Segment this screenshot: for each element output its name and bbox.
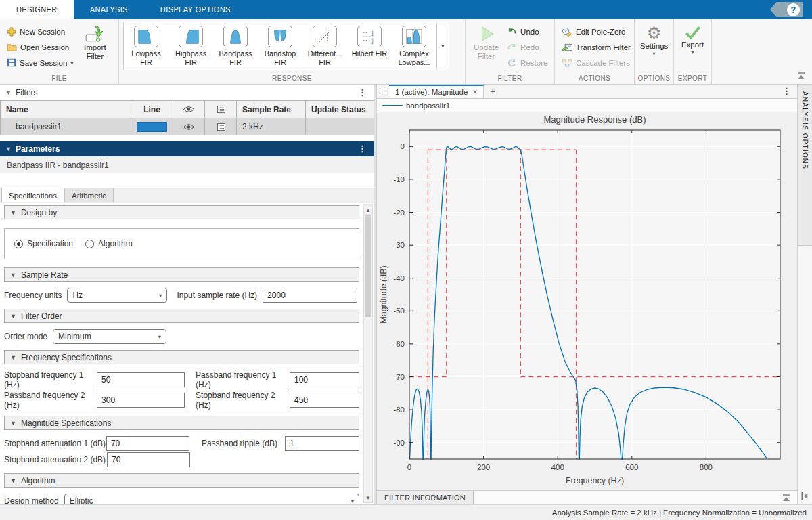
form-scrollbar[interactable]: ▲ ▼ [363,204,373,503]
magnitude-specifications-header[interactable]: ▼ Magnitude Specifications [4,416,359,430]
algorithm-header[interactable]: ▼ Algorithm [4,473,359,488]
design-method-dropdown[interactable]: Elliptic ▾ [64,494,359,504]
differentiator-fir-button[interactable]: Different... FIR [302,22,347,70]
stopband-atten1-field[interactable] [106,436,189,451]
magnitude-tab[interactable]: 1 (active): Magnitude × [389,85,484,98]
settings-button[interactable]: ⚙ Settings ▾ [636,22,673,72]
scrollbar-thumb[interactable] [365,215,371,317]
toolstrip-tab-bar: DESIGNER ANALYSIS DISPLAY OPTIONS ? [0,0,812,19]
bandstop-fir-button[interactable]: Bandstop FIR [258,22,302,70]
passband-ripple-label: Passband ripple (dB) [202,439,281,448]
tab-designer[interactable]: DESIGNER [0,0,74,19]
redo-icon [507,43,517,51]
filter-information-tab[interactable]: FILTER INFORMATION [377,491,474,504]
frequency-specifications-header[interactable]: ▼ Frequency Specifications [4,350,359,364]
sample-rate-header[interactable]: ▼ Sample Rate [4,267,359,282]
section-label-actions: ACTIONS [555,72,634,84]
passband-freq2-field[interactable] [97,393,185,408]
frequency-units-dropdown[interactable]: Hz ▾ [67,288,167,303]
stopband-atten1-label: Stopband attenuation 1 (dB) [4,439,106,448]
tab-grip-icon[interactable] [377,85,389,98]
radio-algorithm[interactable]: Algorithm [85,239,133,248]
ribbon-section-filter: Update Filter Undo Redo Restore [466,19,555,84]
collapse-left-icon[interactable] [800,491,811,500]
tab-display-options[interactable]: DISPLAY OPTIONS [144,0,247,19]
hilbert-icon: j-j [357,26,382,47]
parameters-menu-icon[interactable]: ⋮ [356,144,369,154]
tab-arithmetic[interactable]: Arithmetic [64,188,114,202]
filter-information-bar: FILTER INFORMATION [377,490,797,504]
expand-up-icon[interactable] [781,493,792,502]
scroll-down-icon[interactable]: ▼ [364,493,372,502]
input-sample-rate-field[interactable] [263,288,357,303]
analysis-options-tab[interactable]: ANALYSIS OPTIONS [798,85,812,246]
filters-menu-icon[interactable]: ⋮ [356,87,369,98]
hilbert-fir-button[interactable]: j-j Hilbert FIR [347,22,392,70]
collapse-caret-icon[interactable]: ▼ [5,89,12,96]
highpass-fir-button[interactable]: Highpass FIR [168,22,213,70]
collapse-caret-icon[interactable]: ▼ [5,146,12,152]
gallery-expand-button[interactable]: ▾ [436,22,449,70]
import-icon [85,24,105,43]
svg-text:-j: -j [370,37,374,44]
col-sample-rate[interactable]: Sample Rate [237,101,306,118]
tab-analysis[interactable]: ANALYSIS [74,0,144,19]
tab-specifications[interactable]: Specifications [1,188,64,202]
cascade-icon [562,58,572,68]
radio-specification[interactable]: Specification [14,239,73,248]
stopband-freq1-label: Stopband frequency 1 (Hz) [4,370,97,389]
section-label-filter: FILTER [466,72,554,84]
radio-icon [14,240,23,248]
magnitude-response-plot[interactable]: 02004006008000-10-20-30-40-50-60-70-80-9… [377,112,798,488]
plot-area[interactable]: 02004006008000-10-20-30-40-50-60-70-80-9… [377,112,797,490]
restore-button[interactable]: Restore [504,56,550,70]
stopband-atten2-field[interactable] [107,452,190,467]
open-session-button[interactable]: Open Session [4,41,74,54]
passband-ripple-field[interactable] [285,436,359,451]
help-icon[interactable]: ? [787,3,800,16]
transform-filter-button[interactable]: Transform Filter [559,41,633,54]
close-icon[interactable]: × [472,87,477,97]
scroll-up-icon[interactable]: ▲ [364,205,372,215]
order-mode-dropdown[interactable]: Minimum ▾ [53,329,166,344]
table-row[interactable]: bandpassiir1 2 kHz [1,118,374,135]
add-tab-button[interactable]: + [484,85,501,98]
cascade-filters-button[interactable]: Cascade Filters [559,56,633,70]
specifications-form: ▼ Design by Specification Algorithm ▼ S [0,203,374,504]
minimize-ribbon-button[interactable] [796,71,807,80]
coefficients-cell[interactable] [205,118,237,135]
new-session-button[interactable]: New Session [4,25,74,39]
lowpass-fir-button[interactable]: Lowpass FIR [124,22,168,70]
update-filter-button[interactable]: Update Filter [470,22,503,72]
filters-panel-header: ▼ Filters ⋮ [0,85,374,100]
import-filter-button[interactable]: Import Filter [80,22,110,72]
undo-button[interactable]: Undo [504,25,550,39]
design-by-header[interactable]: ▼ Design by [4,205,359,219]
chevron-down-icon[interactable]: ▾ [70,60,73,66]
export-button[interactable]: Export ▾ [677,22,708,72]
edit-pole-zero-button[interactable]: Edit Pole-Zero [559,25,633,39]
stopband-freq2-label: Stopband frequency 2 (Hz) [196,391,290,410]
col-name[interactable]: Name [1,101,131,118]
section-label-export: EXPORT [674,72,711,84]
parameters-tabs: Specifications Arithmetic [0,188,374,203]
line-style-cell[interactable] [131,118,173,135]
redo-button[interactable]: Redo [504,41,550,54]
stopband-freq2-field[interactable] [290,393,359,408]
stopband-freq1-field[interactable] [97,372,185,387]
bandpass-fir-button[interactable]: Bandpass FIR [213,22,258,70]
response-gallery: Lowpass FIR Highpass FIR Bandpass FIR [123,22,449,70]
ribbon-section-options: ⚙ Settings ▾ OPTIONS [635,19,674,84]
passband-freq1-field[interactable] [290,372,359,387]
complex-lowpass-button[interactable]: Complex Lowpas... [392,22,436,70]
visibility-cell[interactable] [173,118,205,135]
col-update-status[interactable]: Update Status [306,101,374,118]
plot-menu-icon[interactable]: ⋮ [780,86,793,96]
chevron-down-icon: ▾ [652,51,655,56]
filter-order-header[interactable]: ▼ Filter Order [4,309,359,323]
col-line[interactable]: Line [131,101,173,118]
col-visibility[interactable] [173,101,205,118]
col-coefficients[interactable] [205,101,237,118]
line-color-swatch [137,122,167,132]
save-session-button[interactable]: Save Session ▾ [4,56,74,70]
